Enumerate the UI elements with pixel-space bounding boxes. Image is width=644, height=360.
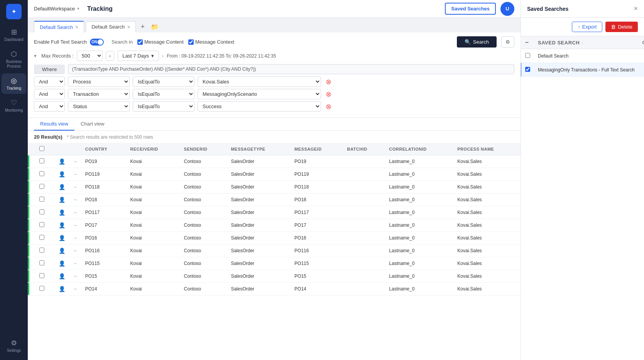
table-row[interactable]: 👤 → PO15 Kovai Contoso SalesOrder PO15 L… xyxy=(28,270,521,283)
date-from-to: From : 09-19-2022 11:42:35 To: 09-26-202… xyxy=(167,53,276,59)
table-row[interactable]: 👤 → PO116 Kovai Contoso SalesOrder PO116… xyxy=(28,245,521,257)
operator-select-1[interactable]: IsEqualTo xyxy=(133,76,194,87)
chevron-down-icon: ▾ xyxy=(151,53,154,59)
table-row[interactable]: 👤 → PO115 Kovai Contoso SalesOrder PO115… xyxy=(28,257,521,270)
row-checkbox[interactable] xyxy=(39,235,44,240)
cell-processname: Kovai.Sales xyxy=(453,206,521,219)
tab-close-icon[interactable]: × xyxy=(127,24,130,30)
row-checkbox[interactable] xyxy=(39,197,44,202)
cell-correlationid: Lastname_0 xyxy=(385,257,453,270)
sidebar: ✦ ⊞ Dashboard ⬡ Business Process ◎ Track… xyxy=(0,0,28,360)
user-icon: 👤 xyxy=(59,273,65,279)
table-row[interactable]: 👤 → PO18 Kovai Contoso SalesOrder PO18 L… xyxy=(28,194,521,206)
row-checkbox[interactable] xyxy=(39,222,44,227)
row-checkbox[interactable] xyxy=(39,286,44,291)
cell-messagetype: SalesOrder xyxy=(227,155,291,168)
tab-default-search-1[interactable]: Default Search × xyxy=(34,21,84,32)
arrow-icon[interactable]: → xyxy=(73,197,78,202)
date-range-button[interactable]: Last 7 Days ▾ xyxy=(117,51,159,61)
row-checkbox[interactable] xyxy=(39,209,44,214)
table-row[interactable]: 👤 → PO119 Kovai Contoso SalesOrder PO119… xyxy=(28,168,521,181)
tab-close-icon[interactable]: × xyxy=(75,24,78,30)
remove-filter-button-3[interactable]: ⊗ xyxy=(324,102,333,111)
full-text-toggle-switch[interactable]: ON xyxy=(90,39,104,46)
remove-filter-button-2[interactable]: ⊗ xyxy=(324,90,333,98)
sidebar-item-business-process[interactable]: ⬡ Business Process xyxy=(2,47,26,72)
condition-select-2[interactable]: AndOr xyxy=(34,89,65,99)
value-select-3[interactable]: Success xyxy=(198,101,321,112)
max-records-select[interactable]: 500 100 1000 xyxy=(77,51,103,61)
sidebar-item-settings[interactable]: ⚙ Settings xyxy=(2,336,26,356)
saved-search-checkbox-1[interactable] xyxy=(525,67,530,72)
cell-country: PO116 xyxy=(81,245,127,257)
table-row[interactable]: 👤 → PO16 Kovai Contoso SalesOrder PO16 L… xyxy=(28,232,521,245)
row-checkbox[interactable] xyxy=(39,260,44,265)
arrow-icon[interactable]: → xyxy=(73,273,78,279)
condition-select-1[interactable]: AndOr xyxy=(34,76,65,87)
row-checkbox[interactable] xyxy=(39,273,44,278)
value-select-1[interactable]: Kovai.Sales xyxy=(198,76,321,87)
close-right-panel-button[interactable]: × xyxy=(634,5,638,13)
condition-select-3[interactable]: AndOr xyxy=(34,101,65,112)
row-checkbox[interactable] xyxy=(39,158,44,163)
table-row[interactable]: 👤 → PO17 Kovai Contoso SalesOrder PO17 L… xyxy=(28,219,521,232)
cell-processname: Kovai.Sales xyxy=(453,270,521,283)
table-row[interactable]: 👤 → PO14 Kovai Contoso SalesOrder PO14 L… xyxy=(28,283,521,295)
delete-button[interactable]: 🗑 Delete xyxy=(605,22,638,32)
row-checkbox[interactable] xyxy=(39,184,44,189)
field-select-3[interactable]: Status xyxy=(68,101,130,112)
tab-default-search-2[interactable]: Default Search × xyxy=(86,21,136,32)
select-all-checkbox[interactable] xyxy=(39,146,44,151)
collapse-icon[interactable]: ▾ xyxy=(34,53,37,59)
field-select-2[interactable]: Transaction xyxy=(68,89,130,99)
remove-filter-button-1[interactable]: ⊗ xyxy=(324,78,333,86)
where-row: Where (TransactionType AND PurchaseOrder… xyxy=(34,64,514,74)
user-icon: 👤 xyxy=(59,248,65,254)
field-select-1[interactable]: Process xyxy=(68,76,130,87)
sidebar-item-dashboard[interactable]: ⊞ Dashboard xyxy=(2,25,26,45)
minus-icon[interactable]: − xyxy=(525,39,529,46)
saved-search-row[interactable]: MessagingOnly Transactions - Full Text S… xyxy=(521,63,644,77)
operator-select-2[interactable]: IsEqualTo xyxy=(133,89,194,99)
arrow-icon[interactable]: → xyxy=(73,235,78,241)
table-row[interactable]: 👤 → PO117 Kovai Contoso SalesOrder PO117… xyxy=(28,206,521,219)
saved-search-row[interactable]: Default Search ✓ 🗑 xyxy=(521,49,644,63)
message-context-checkbox[interactable] xyxy=(188,39,194,45)
operator-select-3[interactable]: IsEqualTo xyxy=(133,101,194,112)
table-row[interactable]: 👤 → PO19 Kovai Contoso SalesOrder PO19 L… xyxy=(28,155,521,168)
table-row[interactable]: 👤 → PO118 Kovai Contoso SalesOrder PO118… xyxy=(28,181,521,194)
message-content-label: Message Content xyxy=(144,39,184,45)
sidebar-item-monitoring[interactable]: ♡ Monitoring xyxy=(2,95,26,116)
sidebar-item-tracking[interactable]: ◎ Tracking xyxy=(2,73,26,94)
saved-searches-button[interactable]: Saved Searches xyxy=(445,3,496,15)
arrow-icon[interactable]: → xyxy=(73,248,78,253)
cell-messageid: PO116 xyxy=(291,245,343,257)
folder-icon[interactable]: 📁 xyxy=(149,22,160,32)
arrow-icon[interactable]: → xyxy=(73,210,78,215)
chevron-down-icon: ▾ xyxy=(77,6,79,11)
row-checkbox[interactable] xyxy=(39,248,44,253)
row-checkbox[interactable] xyxy=(39,171,44,176)
filter-icon-button[interactable]: ⚙ xyxy=(501,36,514,48)
tab-results-view[interactable]: Results view xyxy=(34,118,74,131)
search-button[interactable]: 🔍 Search xyxy=(457,36,497,48)
prev-arrow-button[interactable]: ‹ xyxy=(106,51,114,61)
value-select-2[interactable]: MessagingOnlyScenario xyxy=(198,89,321,99)
workspace-selector[interactable]: DefaultWorkspace ▾ xyxy=(34,6,79,12)
arrow-icon[interactable]: → xyxy=(73,159,78,164)
tab-chart-view[interactable]: Chart view xyxy=(74,118,110,131)
arrow-icon[interactable]: → xyxy=(73,261,78,266)
add-tab-button[interactable]: + xyxy=(137,21,148,32)
arrow-icon[interactable]: → xyxy=(73,286,78,292)
arrow-icon[interactable]: → xyxy=(73,172,78,177)
saved-search-checkbox-0[interactable] xyxy=(525,53,530,58)
search-button-label: Search xyxy=(473,39,489,45)
message-content-checkbox[interactable] xyxy=(137,39,143,45)
export-button[interactable]: ↑ Export xyxy=(572,22,602,32)
cell-country: PO18 xyxy=(81,194,127,206)
col-messageid: MESSAGEID xyxy=(291,143,343,155)
arrow-icon[interactable]: → xyxy=(73,184,78,190)
filter-row-1: AndOr Process IsEqualTo Kovai.Sales ⊗ xyxy=(34,76,514,87)
arrow-icon[interactable]: → xyxy=(73,222,78,228)
max-records-label: Max Records : xyxy=(41,53,74,59)
